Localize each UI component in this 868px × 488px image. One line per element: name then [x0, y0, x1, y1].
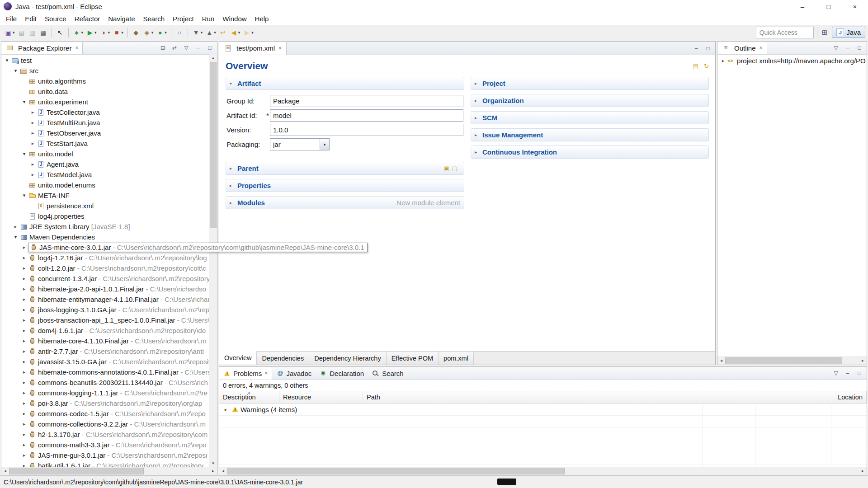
section-collapsed-icon[interactable] — [475, 132, 480, 137]
link-with-editor-icon[interactable]: ⇄ — [170, 43, 179, 52]
expand-toggle-icon[interactable] — [20, 286, 28, 292]
dropdown-arrow-icon[interactable] — [251, 30, 254, 35]
expand-toggle-icon[interactable] — [20, 192, 28, 198]
scroll-right-icon[interactable] — [859, 467, 867, 475]
scroll-left-icon[interactable] — [219, 467, 227, 475]
outline-tab[interactable]: Outline — [717, 42, 767, 54]
tree-item[interactable]: Maven Dependencies — [1, 232, 217, 242]
dropdown-arrow-icon[interactable] — [81, 30, 84, 35]
section-header[interactable]: Issue Management — [471, 128, 709, 141]
editor-page-tab[interactable]: Dependencies — [257, 352, 309, 365]
tree-item[interactable]: hibernate-entitymanager-4.1.10.Final.jar… — [1, 294, 217, 305]
tree-item[interactable]: commons-math3-3.3.jar - C:\Users\richard… — [1, 440, 217, 450]
expand-toggle-icon[interactable] — [20, 317, 28, 323]
group-id-input[interactable] — [270, 97, 463, 105]
menu-item[interactable]: Edit — [21, 13, 41, 24]
expand-toggle-icon[interactable] — [12, 224, 19, 230]
maximize-icon[interactable]: □ — [855, 43, 864, 52]
tree-item[interactable]: unito.algorithms — [1, 76, 217, 86]
external-tools-icon[interactable]: ■ — [111, 27, 125, 38]
minimize-button[interactable]: – — [789, 0, 816, 13]
section-header[interactable]: SCM — [471, 111, 709, 124]
minimize-icon[interactable]: – — [843, 43, 852, 52]
section-header[interactable]: Project — [471, 77, 709, 90]
vertical-scrollbar[interactable] — [209, 54, 217, 467]
expand-toggle-icon[interactable] — [20, 265, 28, 271]
expand-toggle-icon[interactable] — [20, 442, 28, 448]
coverage-icon[interactable]: ◑ — [98, 27, 112, 38]
tree-item[interactable]: TestCollector.java — [1, 107, 217, 117]
java-perspective-button[interactable]: J Java — [832, 27, 865, 38]
minimize-icon[interactable]: – — [193, 43, 203, 52]
tree-item[interactable]: antlr-2.7.7.jar - C:\Users\richardsonr\.… — [1, 346, 217, 357]
scrollbar-thumb[interactable] — [210, 62, 217, 228]
close-icon[interactable] — [264, 370, 268, 376]
new-package-icon[interactable]: ◈ — [142, 27, 155, 38]
section-collapsed-icon[interactable] — [475, 81, 480, 86]
tree-item[interactable]: TestStart.java — [1, 138, 217, 149]
dropdown-arrow-icon[interactable] — [165, 30, 167, 35]
horizontal-scrollbar[interactable] — [717, 357, 867, 365]
expand-toggle-icon[interactable] — [29, 130, 37, 136]
tree-item[interactable]: concurrent-1.3.4.jar - C:\Users\richards… — [1, 273, 217, 284]
collapse-all-icon[interactable]: ⊟ — [158, 43, 167, 52]
dropdown-arrow-icon[interactable] — [238, 30, 241, 35]
maximize-icon[interactable]: □ — [855, 369, 864, 378]
column-header[interactable]: Path — [363, 391, 834, 403]
expand-toggle-icon[interactable] — [29, 161, 37, 167]
tree-item[interactable]: unito.model — [1, 149, 217, 159]
expand-toggle-icon[interactable] — [20, 390, 28, 396]
menu-item[interactable]: Refactor — [71, 13, 104, 24]
search-icon[interactable]: ○ — [174, 27, 185, 38]
tree-item[interactable]: jboss-transaction-api_1.1_spec-1.0.0.Fin… — [1, 315, 217, 325]
editor-page-tab[interactable]: Overview — [219, 351, 257, 365]
properties-section-header[interactable]: Properties — [226, 179, 464, 192]
new-class-icon[interactable]: ● — [155, 27, 168, 38]
section-collapsed-icon[interactable] — [230, 166, 235, 171]
close-icon[interactable] — [278, 45, 282, 52]
maximize-icon[interactable]: □ — [205, 43, 214, 52]
expand-toggle-icon[interactable] — [29, 109, 37, 115]
tree-item[interactable]: hibernate-core-4.1.10.Final.jar - C:\Use… — [1, 336, 217, 346]
tree-item[interactable]: TestMultiRun.java — [1, 117, 217, 128]
tree-item[interactable]: log4j.properties — [1, 211, 217, 221]
selection-pointer-icon[interactable]: ↖ — [55, 27, 66, 38]
back-icon[interactable]: ◀ — [228, 27, 242, 38]
tree-item[interactable]: src — [1, 66, 217, 76]
editor-page-tab[interactable]: pom.xml — [439, 352, 474, 365]
next-annotation-icon[interactable]: ▼ — [191, 27, 204, 38]
menu-item[interactable]: Window — [218, 13, 250, 24]
expand-toggle-icon[interactable] — [20, 380, 28, 385]
column-header[interactable]: Location — [834, 391, 867, 403]
close-icon[interactable] — [75, 45, 78, 51]
menu-item[interactable]: Help — [251, 13, 273, 24]
section-collapsed-icon[interactable] — [475, 98, 480, 103]
scrollbar-thumb[interactable] — [9, 468, 144, 474]
expand-toggle-icon[interactable] — [12, 68, 19, 74]
expand-toggle-icon[interactable] — [20, 338, 28, 344]
column-header[interactable]: Description — [219, 391, 279, 403]
scroll-right-icon[interactable] — [859, 357, 867, 365]
tree-item[interactable]: JAS-mine-gui-3.0.1.jar - C:\Users\richar… — [1, 450, 217, 460]
close-icon[interactable] — [760, 45, 763, 51]
expand-toggle-icon[interactable] — [20, 151, 28, 157]
open-perspective-icon[interactable]: ⊞ — [821, 28, 829, 37]
tree-item[interactable]: TestObserver.java — [1, 128, 217, 138]
expand-toggle-icon[interactable] — [222, 407, 230, 413]
tree-item[interactable]: javassist-3.15.0-GA.jar - C:\Users\richa… — [1, 357, 217, 367]
print-icon[interactable]: ▦ — [38, 27, 49, 38]
expand-toggle-icon[interactable] — [20, 369, 28, 375]
artifact-id-input[interactable] — [270, 112, 463, 119]
bottom-view-tab[interactable]: Javadoc — [272, 367, 316, 380]
tree-item[interactable]: log4j-1.2.16.jar - C:\Users\richardsonr\… — [1, 253, 217, 263]
problems-warnings-row[interactable]: Warnings (4 items) — [219, 404, 867, 416]
previous-annotation-icon[interactable]: ▲ — [204, 27, 217, 38]
scroll-down-icon[interactable] — [209, 460, 217, 467]
save-icon[interactable]: ▤ — [16, 27, 27, 38]
tree-item[interactable]: persistence.xml — [1, 201, 217, 211]
section-expanded-icon[interactable] — [230, 81, 235, 86]
expand-toggle-icon[interactable] — [20, 307, 28, 313]
tree-item[interactable]: TestModel.java — [1, 169, 217, 180]
tree-item[interactable]: commons-beanutils-20030211.134440.jar - … — [1, 377, 217, 388]
artifact-section-header[interactable]: Artifact — [226, 77, 464, 90]
